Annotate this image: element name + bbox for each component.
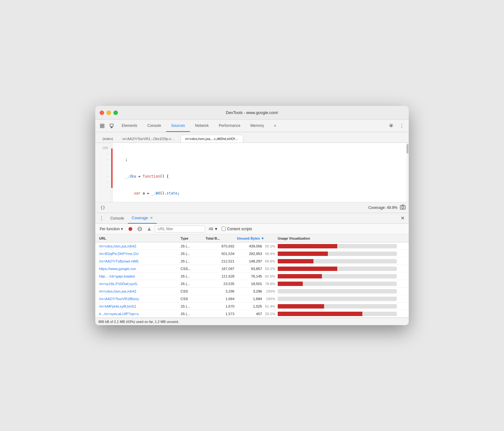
line-num-dash4: - <box>95 168 111 174</box>
screenshot-button[interactable] <box>400 205 406 211</box>
panel-tab-coverage[interactable]: Coverage ✕ <box>128 213 157 224</box>
device-toolbar-btn[interactable] <box>107 122 116 130</box>
cell-type: CSS <box>179 289 204 293</box>
tab-elements[interactable]: Elements <box>117 120 142 132</box>
cov-empty <box>111 143 113 148</box>
tab-sources[interactable]: Sources <box>166 120 190 132</box>
panel-tab-console[interactable]: Console <box>107 213 128 224</box>
scrollbar-thumb[interactable] <box>407 144 408 153</box>
status-text: 886 kB of 2.1 MB (43%) used so far, 1.2 … <box>98 320 179 324</box>
table-row[interactable]: /m=cdos,hsm,jsa,mb4Z JS (... 875,692 439… <box>95 242 409 250</box>
file-tab-m[interactable]: m=cdos,hsm,jsa,...c,dtl0hd,eHDfl ✕ <box>181 135 243 143</box>
col-vis[interactable]: Usage Visualization <box>276 236 406 240</box>
coverage-table[interactable]: URL Type Total B... Unused Bytes ▼ Usage… <box>95 234 409 318</box>
cov-uncovered-3 <box>111 160 113 165</box>
table-row[interactable]: /m=kMFpHd,sy8l,bm51 JS (... 1,670 1,025 … <box>95 303 409 310</box>
content-scripts-checkbox[interactable] <box>222 227 226 231</box>
table-row[interactable]: /m=B2qlPe,DhPYme,GU JS (... 501,534 292,… <box>95 250 409 257</box>
col-total[interactable]: Total B... <box>204 236 236 240</box>
cell-total: 3,296 <box>204 289 236 293</box>
table-row[interactable]: /m=sy18x,P10Owf,syo5, JS (... 23,535 18,… <box>95 280 409 288</box>
tab-memory[interactable]: Memory <box>245 120 269 132</box>
table-row[interactable]: /rs=AA2YrTvBynad-nWE JS (... 212,521 148… <box>95 257 409 265</box>
cell-url: /rs=AA2YrTssrVR1lBtzoy <box>98 297 179 301</box>
window-title: DevTools - www.google.com/ <box>226 110 278 115</box>
title-bar: DevTools - www.google.com/ <box>95 106 409 120</box>
minimize-button[interactable] <box>107 111 111 115</box>
tab-more[interactable]: » <box>269 120 281 132</box>
traffic-lights <box>100 111 118 115</box>
cell-url: http... /cb=gapi.loaded. <box>98 274 179 278</box>
cell-total: 1,684 <box>204 297 236 301</box>
inspect-element-btn[interactable] <box>98 122 107 130</box>
coverage-toolbar: Per function ▾ All <box>95 224 409 234</box>
cell-url: https://www.google.con <box>98 267 179 271</box>
col-type[interactable]: Type <box>179 236 204 240</box>
table-row[interactable]: https://www.google.con CSS... 187,097 93… <box>95 265 409 273</box>
panel-menu-btn[interactable]: ⋮ <box>98 215 105 222</box>
content-scripts-label[interactable]: Content scripts <box>222 227 252 231</box>
format-button[interactable]: {} <box>98 205 107 210</box>
line-num-dash6: - <box>95 179 111 185</box>
table-header: URL Type Total B... Unused Bytes ▼ Usage… <box>95 234 409 242</box>
code-content[interactable]: ; _.Uka = function() { var a = _.Wd().st… <box>113 143 406 202</box>
col-url[interactable]: URL <box>98 236 179 240</box>
cell-unused: 93,857 50.2% <box>236 267 276 271</box>
cell-vis <box>276 259 406 263</box>
cell-url: /m=cdos,hsm,jsa,mb4Z <box>98 244 179 248</box>
cell-total: 1,573 <box>204 312 236 316</box>
cell-vis <box>276 282 406 286</box>
settings-btn[interactable] <box>387 122 396 130</box>
svg-rect-1 <box>102 124 104 126</box>
cell-unused: 439,056 50.1% <box>236 244 276 248</box>
tab-network[interactable]: Network <box>190 120 214 132</box>
table-row[interactable]: /rs=AA2YrTssrVR1lBtzoy CSS 1,684 1,684 1… <box>95 295 409 303</box>
all-dropdown-icon: ▼ <box>214 227 218 231</box>
url-filter-input[interactable] <box>155 226 205 232</box>
tab-console[interactable]: Console <box>142 120 166 132</box>
stop-recording-btn[interactable] <box>127 225 134 233</box>
cell-total: 875,692 <box>204 244 236 248</box>
more-options-btn[interactable]: ⋮ <box>397 122 406 130</box>
cell-vis <box>276 297 406 301</box>
cell-url: /rs=AA2YrTvBynad-nWE <box>98 259 179 263</box>
cell-vis <box>276 252 406 256</box>
cell-vis <box>276 274 406 278</box>
line-num-dash5: - <box>95 174 111 179</box>
cell-vis <box>276 267 406 271</box>
maximize-button[interactable] <box>113 111 118 115</box>
panel-close-btn[interactable]: ✕ <box>399 215 406 222</box>
per-function-btn[interactable]: Per function ▾ <box>98 226 125 232</box>
file-tab-rs[interactable]: rs=AA2YrTssrVR1...Obv1DSp-vWG36A <box>118 135 181 143</box>
table-row[interactable]: h.../m=syev,aLUfP?xjs=s JS (... 1,573 45… <box>95 310 409 318</box>
table-row[interactable]: /m=cdos,hsm,jsa,mb4Z CSS 3,296 3,296 100… <box>95 288 409 295</box>
file-tabs: (index) rs=AA2YrTssrVR1...Obv1DSp-vWG36A… <box>95 132 409 143</box>
code-line-2: _.Uka = function() { <box>117 174 402 179</box>
cell-unused: 457 29.1% <box>236 312 276 316</box>
download-btn[interactable] <box>145 225 153 233</box>
cell-unused: 76,145 62.6% <box>236 274 276 278</box>
code-editor: 180 - - - - - - - ; <box>95 143 409 202</box>
tab-performance[interactable]: Performance <box>214 120 245 132</box>
devtools-window: DevTools - www.google.com/ <box>95 106 409 325</box>
close-button[interactable] <box>100 111 104 115</box>
col-unused[interactable]: Unused Bytes ▼ <box>236 236 276 240</box>
clear-btn[interactable] <box>136 225 144 233</box>
cov-uncovered-5 <box>111 171 113 177</box>
file-tab-index[interactable]: (index) <box>98 135 118 143</box>
main-tabs: Elements Console Sources Network Perform… <box>117 120 386 132</box>
table-row[interactable]: http... /cb=gapi.loaded. JS (... 121,628… <box>95 273 409 280</box>
cell-type: JS (... <box>179 274 204 278</box>
cell-total: 187,097 <box>204 267 236 271</box>
bottom-panel: ⋮ Console Coverage ✕ ✕ Per function ▾ <box>95 213 409 325</box>
file-tab-close-icon[interactable]: ✕ <box>239 137 241 141</box>
vertical-scrollbar[interactable] <box>406 143 409 202</box>
cell-unused: 18,501 78.6% <box>236 282 276 286</box>
cov-uncovered-1 <box>111 148 113 154</box>
cell-vis <box>276 244 406 248</box>
all-dropdown-btn[interactable]: All ▼ <box>207 226 220 232</box>
svg-rect-2 <box>100 126 102 128</box>
coverage-tab-close-icon[interactable]: ✕ <box>150 216 153 220</box>
top-toolbar: Elements Console Sources Network Perform… <box>95 120 409 132</box>
cell-type: CSS <box>179 297 204 301</box>
